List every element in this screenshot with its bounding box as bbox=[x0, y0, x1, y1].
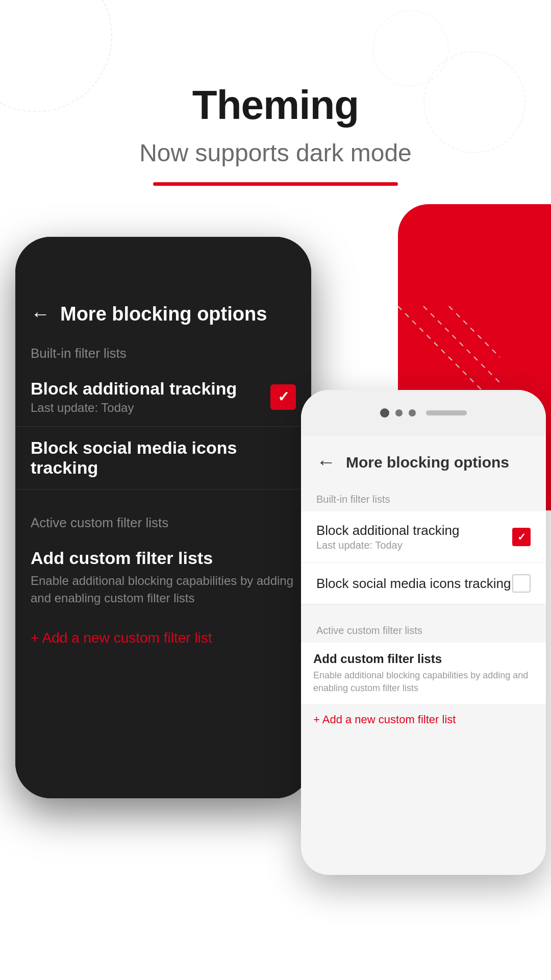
dark-phone-screen: ← More blocking options Built-in filter … bbox=[15, 237, 311, 798]
light-phone-notch bbox=[301, 390, 546, 436]
light-custom-section-label: Active custom filter lists bbox=[301, 615, 546, 643]
light-spacer-1 bbox=[301, 604, 546, 615]
light-phone-cam-2 bbox=[395, 409, 403, 416]
light-add-filter-title: Add custom filter lists bbox=[313, 652, 534, 666]
light-back-button[interactable]: ← bbox=[316, 451, 336, 473]
header-section: Theming Now supports dark mode bbox=[0, 0, 551, 216]
dark-item-tracking-checkbox[interactable]: ✓ bbox=[270, 384, 296, 410]
light-item-tracking-text: Block additional tracking Last update: T… bbox=[316, 523, 512, 551]
dark-item-social-text: Block social media icons tracking bbox=[31, 438, 296, 478]
checkmark-small-icon: ✓ bbox=[517, 531, 526, 543]
light-phone-speaker bbox=[426, 410, 467, 415]
light-phone: ← More blocking options Built-in filter … bbox=[301, 390, 546, 875]
dark-add-filter-title: Add custom filter lists bbox=[31, 548, 296, 568]
dark-add-new-filter-link[interactable]: + Add a new custom filter list bbox=[15, 618, 311, 658]
header-underline bbox=[153, 182, 398, 186]
page-subtitle: Now supports dark mode bbox=[0, 139, 551, 167]
dark-item-social-title: Block social media icons tracking bbox=[31, 438, 296, 478]
dark-back-button[interactable]: ← bbox=[31, 303, 50, 325]
light-item-social[interactable]: Block social media icons tracking bbox=[301, 563, 546, 604]
light-add-new-filter-link[interactable]: + Add a new custom filter list bbox=[301, 704, 546, 736]
dark-item-social[interactable]: Block social media icons tracking bbox=[15, 427, 311, 489]
dark-phone: ← More blocking options Built-in filter … bbox=[15, 237, 311, 798]
light-builtin-section-label: Built-in filter lists bbox=[301, 483, 546, 511]
dark-add-filter-desc: Enable additional blocking capabilities … bbox=[31, 572, 296, 606]
dark-custom-section-label: Active custom filter lists bbox=[15, 505, 311, 537]
light-item-tracking[interactable]: Block additional tracking Last update: T… bbox=[301, 511, 546, 563]
dark-spacer-1 bbox=[15, 489, 311, 505]
dark-item-tracking-text: Block additional tracking Last update: T… bbox=[31, 379, 270, 415]
dark-builtin-section-label: Built-in filter lists bbox=[15, 335, 311, 368]
page-title: Theming bbox=[0, 82, 551, 129]
dark-screen-title: More blocking options bbox=[60, 303, 267, 325]
light-add-filter-item: Add custom filter lists Enable additiona… bbox=[301, 643, 546, 704]
light-item-tracking-checkbox[interactable]: ✓ bbox=[512, 528, 531, 546]
light-item-social-checkbox[interactable] bbox=[512, 574, 531, 593]
light-item-social-text: Block social media icons tracking bbox=[316, 576, 512, 592]
checkmark-icon: ✓ bbox=[278, 388, 289, 405]
light-item-tracking-subtitle: Last update: Today bbox=[316, 540, 512, 551]
light-screen-title: More blocking options bbox=[346, 454, 509, 471]
light-add-filter-desc: Enable additional blocking capabilities … bbox=[313, 669, 534, 695]
svg-line-1 bbox=[423, 306, 500, 383]
dark-item-tracking-subtitle: Last update: Today bbox=[31, 401, 270, 415]
svg-line-2 bbox=[449, 306, 500, 357]
light-phone-cam-3 bbox=[409, 409, 416, 416]
dark-item-tracking[interactable]: Block additional tracking Last update: T… bbox=[15, 368, 311, 427]
light-phone-cam-1 bbox=[380, 408, 389, 418]
dark-add-filter-item: Add custom filter lists Enable additiona… bbox=[15, 537, 311, 618]
light-phone-cameras bbox=[380, 408, 416, 418]
dark-app-header: ← More blocking options bbox=[15, 288, 311, 335]
light-phone-screen: ← More blocking options Built-in filter … bbox=[301, 436, 546, 875]
light-item-tracking-title: Block additional tracking bbox=[316, 523, 512, 538]
light-app-header: ← More blocking options bbox=[301, 436, 546, 483]
light-item-social-title: Block social media icons tracking bbox=[316, 576, 512, 592]
dark-item-tracking-title: Block additional tracking bbox=[31, 379, 270, 399]
